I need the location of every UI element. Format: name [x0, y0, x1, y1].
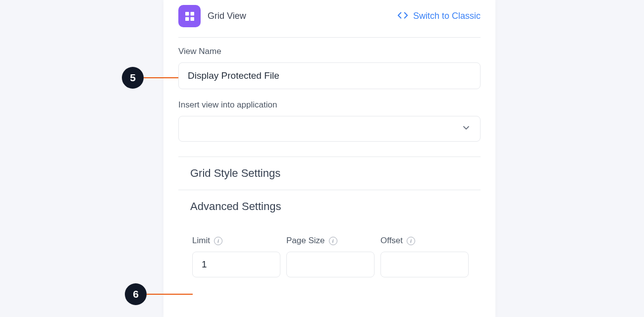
limit-group: Limit i: [192, 236, 280, 277]
advanced-fields-row: Limit i Page Size i Offset i: [178, 216, 481, 277]
panel-header: Grid View Switch to Classic: [178, 5, 481, 38]
limit-input[interactable]: [192, 252, 280, 277]
switch-to-classic-label: Switch to Classic: [413, 11, 481, 21]
insert-view-select[interactable]: [178, 116, 481, 142]
svg-rect-2: [185, 17, 189, 21]
page-size-group: Page Size i: [286, 236, 375, 277]
annotation-badge-5: 5: [122, 67, 144, 89]
view-name-input[interactable]: [178, 62, 481, 89]
view-name-group: View Name: [178, 47, 481, 89]
offset-label: Offset: [380, 236, 403, 246]
switch-to-classic-link[interactable]: Switch to Classic: [397, 10, 481, 23]
panel-title: Grid View: [208, 11, 246, 21]
settings-panel: Grid View Switch to Classic View Name In…: [163, 0, 495, 317]
limit-label: Limit: [192, 236, 210, 246]
svg-rect-3: [190, 17, 194, 21]
page-size-input[interactable]: [286, 252, 375, 277]
annotation-line-6: [147, 294, 193, 295]
insert-view-group: Insert view into application: [178, 100, 481, 142]
page-size-label: Page Size: [286, 236, 325, 246]
grid-view-icon: [178, 5, 201, 27]
offset-input[interactable]: [380, 252, 469, 277]
offset-group: Offset i: [380, 236, 469, 277]
code-icon: [397, 10, 408, 23]
info-icon[interactable]: i: [329, 237, 337, 245]
view-name-label: View Name: [178, 47, 481, 56]
insert-view-label: Insert view into application: [178, 100, 481, 110]
header-left: Grid View: [178, 5, 246, 27]
info-icon[interactable]: i: [407, 237, 415, 245]
annotation-line-5: [144, 77, 178, 78]
svg-rect-0: [185, 12, 189, 16]
advanced-settings-header[interactable]: Advanced Settings: [178, 190, 481, 216]
grid-style-settings-header[interactable]: Grid Style Settings: [178, 157, 481, 190]
annotation-badge-6: 6: [125, 283, 147, 305]
svg-rect-1: [190, 12, 194, 16]
chevron-down-icon: [461, 123, 471, 135]
info-icon[interactable]: i: [214, 237, 222, 245]
